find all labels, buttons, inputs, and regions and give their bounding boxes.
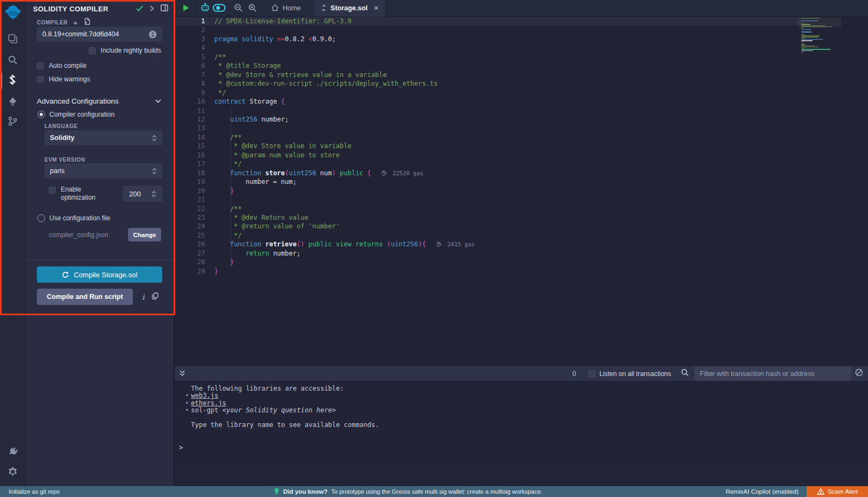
optimization-runs-input[interactable] [123,186,162,202]
hide-warnings-checkbox[interactable] [37,76,44,83]
enable-optimization-checkbox[interactable] [49,187,56,194]
file-explorer-icon[interactable] [7,33,18,44]
code-line: * @return value of 'number' [214,222,475,231]
info-icon[interactable]: i [142,293,144,301]
use-config-file-radio[interactable] [37,214,45,222]
copilot-toggle[interactable] [212,0,226,16]
compile-button-label: Compile Storage.sol [74,271,137,279]
add-custom-compiler-icon[interactable]: + [73,18,78,27]
code-line: * @dev Store value in variable [214,142,475,150]
terminal-line: •ethers.js [185,400,379,407]
settings-gear-icon[interactable] [7,466,18,477]
zoom-in-icon[interactable] [245,0,259,16]
code-line: * @custom:dev-run-script ./scripts/deplo… [214,79,475,88]
scam-alert-button[interactable]: Scam Alert [807,486,868,497]
line-number: 20 [175,187,205,195]
listen-all-transactions-checkbox[interactable] [588,370,595,377]
line-number: 18 [175,169,205,177]
terminal[interactable]: The following libraries are accessible:•… [175,381,868,470]
auto-compile-label: Auto compile [49,62,86,69]
terminal-header: 0 Listen on all transactions [175,366,868,381]
panel-title: SOLIDITY COMPILER [33,5,136,13]
compiler-configuration-radio[interactable] [37,111,45,118]
remix-ide-window: SOLIDITY COMPILER COMPILER + [0,0,868,497]
code-line: // SPDX-License-Identifier: GPL-3.0 [214,17,475,26]
editor-minimap[interactable] [801,18,838,54]
terminal-link[interactable]: web3.js [191,392,219,399]
minimap-line [801,49,831,49]
evm-version-select[interactable]: paris [44,163,162,179]
git-icon[interactable] [7,115,18,127]
version-stepper-icon [149,30,157,39]
compiler-version-select[interactable]: 0.8.19+commit.7dd6d404 [37,27,162,42]
remix-logo-icon[interactable] [4,3,22,22]
copilot-status[interactable]: RemixAI Copilot (enabled) [726,486,799,497]
clear-terminal-icon[interactable] [855,368,863,379]
solidity-compiler-icon[interactable] [7,74,18,86]
bullet-icon: • [185,392,191,399]
run-script-play-button[interactable] [179,0,193,16]
deploy-and-run-icon[interactable] [7,95,18,107]
advanced-configurations-toggle[interactable]: Advanced Configurations [37,97,161,105]
home-icon [271,4,279,11]
minimap-slider[interactable] [798,18,841,27]
open-compiler-file-icon[interactable] [84,17,91,27]
terminal-link[interactable]: ethers.js [191,399,226,407]
line-number: 29 [175,267,205,276]
plugin-manager-icon[interactable] [7,445,18,457]
line-number: 1 [175,17,205,26]
change-config-button[interactable]: Change [128,228,161,241]
code-line: */ [214,231,475,240]
line-number: 4 [175,43,205,52]
tab-storage-sol[interactable]: Storage.sol ✕ [315,0,386,16]
code-line [214,195,475,204]
terminal-line: The following libraries are accessible: [185,385,379,392]
lightbulb-icon [274,488,279,495]
line-number: 22 [175,205,205,213]
auto-compile-checkbox[interactable] [37,62,44,69]
code-line [214,26,475,34]
code-line: pragma solidity >=0.8.2 <0.9.0; [214,35,475,43]
line-number: 10 [175,97,205,106]
refresh-icon [62,271,69,278]
pin-panel-chevron-icon[interactable] [150,4,154,14]
line-number: 13 [175,124,205,132]
active-plugin-indicator [0,72,2,90]
terminal-line: •sol-gpt <your Solidity question here> [185,407,379,414]
code-line: } [214,267,475,276]
code-line: */ [214,160,475,168]
main-area: Home Storage.sol ✕ 123456789101112131415… [175,0,868,486]
code-line: return number; [214,249,475,258]
terminal-prompt[interactable]: > [179,444,183,451]
enable-optimization-label: Enable optimization [61,186,114,202]
search-icon[interactable] [7,54,18,66]
close-tab-icon[interactable]: ✕ [373,4,379,12]
terminal-search-icon[interactable] [681,368,689,379]
tab-storage-label: Storage.sol [330,4,367,12]
terminal-line: •web3.js [185,392,379,399]
tab-home[interactable]: Home [265,0,307,16]
copy-icon[interactable] [152,292,158,302]
ai-copilot-robot-icon[interactable] [198,0,212,16]
minimap-line [801,27,832,27]
compile-button[interactable]: Compile Storage.sol [37,266,162,283]
collapse-terminal-icon[interactable] [179,369,186,379]
code-line: } [214,258,475,266]
line-number: 25 [175,231,205,240]
include-nightly-checkbox[interactable] [89,47,96,54]
code-line: uint256 number; [214,115,475,124]
toolbar-separator [228,0,229,16]
zoom-out-icon[interactable] [231,0,245,16]
code-editor[interactable]: 1234567891011121314151617181920212223242… [175,16,868,383]
git-init-status[interactable]: Initialize as git repo [9,486,60,497]
code-line: number = num; [214,177,475,186]
terminal-line [185,415,379,422]
language-select[interactable]: Solidity [44,130,162,145]
compile-and-run-button[interactable]: Compile and Run script [37,289,133,305]
compiler-configuration-label: Compiler configuration [49,111,114,118]
minimap-line [801,39,823,40]
minimap-line [801,46,814,46]
code-line: contract Storage { [214,97,475,106]
transaction-filter-input[interactable] [694,366,851,381]
split-view-icon[interactable] [161,4,168,14]
